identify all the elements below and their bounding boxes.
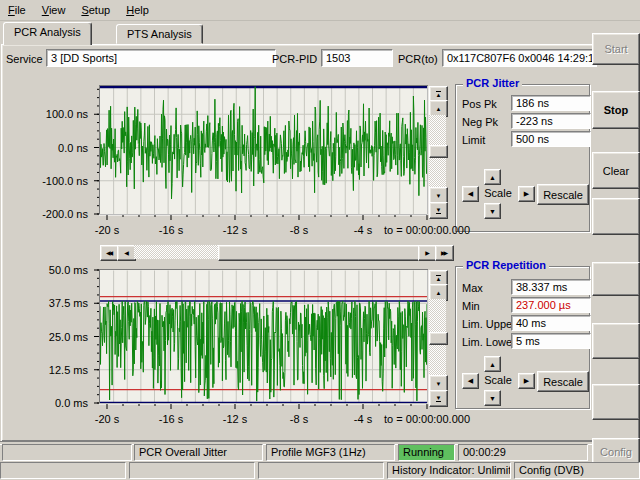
left-arrow-icon: ◀ [468,377,473,385]
app-window: FileViewSetupHelp PCR Analysis PTS Analy… [0,0,640,480]
plot-jitter-xtick-2: -16 s [149,224,193,236]
status1-panel-1 [2,444,132,461]
status2-panel-3 [258,462,384,479]
jitter-scale-left-button[interactable]: ◀ [462,186,479,202]
jitter-label-1: Pos Pk [462,96,497,112]
status1-panel-4: Running [398,444,455,461]
pcr-pid-label: PCR-PID [272,51,317,67]
config-button[interactable]: Config [592,438,640,465]
repetition-vscroll-thumb[interactable] [429,332,448,345]
scroll-far-right-button[interactable]: ▶▶ [435,245,454,261]
repetition-label-1: Max [462,280,483,296]
jitter-value-2: -223 ns [511,113,591,129]
plot-jitter-ytick-3: -100.0 ns [32,175,88,187]
up-arrow-icon: ▲ [489,361,496,368]
pcr-repetition-plot [92,270,433,410]
jitter-vscroll-thumb[interactable] [429,145,448,158]
menu-view[interactable]: View [34,0,74,20]
plot-rep-xtick-4: -8 s [277,413,321,425]
jitter-scale-up-button[interactable]: ▲ [484,169,501,185]
repetition-scale-right-button[interactable]: ▶ [518,373,535,389]
left-arrow-icon: ◀ [124,250,129,256]
repetition-scroll-bottom-button[interactable]: ▼ [429,390,448,407]
repetition-scale-left-button[interactable]: ◀ [462,373,479,389]
status2-panel-2 [129,462,255,479]
jitter-label-2: Neg Pk [462,114,498,130]
spare-4-button[interactable] [592,384,640,420]
service-label: Service [6,51,43,67]
scrollbar-track[interactable] [134,245,218,259]
plot-rep-xtick-3: -12 s [213,413,257,425]
repetition-scale-label: Scale [479,373,517,387]
status2-panel-4: History Indicator: Unlimited [387,462,511,479]
plot-rep-ytick-2: 37.5 ms [32,297,88,309]
plot-jitter-xtick-1: -20 s [85,224,129,236]
right-arrow-icon: ▶ [524,377,529,385]
plot-rep-ytick-3: 25.0 ms [32,331,88,343]
menu-setup[interactable]: Setup [73,0,118,20]
right-arrow-icon: ▶ [524,190,529,198]
spare-1-button[interactable] [592,198,640,235]
down-arrow-icon: ▼ [489,395,496,402]
pcr-repetition-groupbox: PCR Repetition Max38.337 msMin237.000 µs… [455,266,590,409]
up-arrow-icon: ▲ [489,174,496,181]
repetition-scale-down-button[interactable]: ▼ [484,390,501,406]
pcr-to-field[interactable]: 0x117C807F6 0x0046 14:29:15 [442,49,597,67]
jitter-scale-label: Scale [479,186,517,200]
repetition-label-4: Lim. Lower [462,334,516,350]
plot-jitter-xtick-4: -8 s [277,224,321,236]
repetition-rescale-button[interactable]: Rescale [537,371,589,392]
repetition-value-2: 237.000 µs [511,297,591,313]
spare-2-button[interactable] [592,262,640,296]
repetition-label-3: Lim. Upper [462,316,516,332]
stop-button[interactable]: Stop [592,91,640,129]
repetition-vscrollbar[interactable]: ▲▲▼▼ [429,270,446,405]
jitter-scale-right-button[interactable]: ▶ [518,186,535,202]
scrollbar-thumb[interactable] [218,245,420,261]
plot-rep-xtick-1: -20 s [85,413,129,425]
repetition-value-3: 40 ms [511,315,591,331]
menu-file[interactable]: File [0,0,34,20]
plot-rep-x-end-label: to = 00:00:00.000 [375,413,470,425]
jitter-scroll-bottom-button[interactable]: ▼ [429,202,448,219]
tab-pcr-analysis[interactable]: PCR Analysis [3,22,92,45]
plot-jitter-ytick-1: 100.0 ns [32,108,88,120]
time-scrollbar[interactable]: ◀◀ ◀ ▶ ▶▶ [100,245,452,259]
plot-jitter-ytick-2: 0.0 ns [32,142,88,154]
jitter-vscrollbar[interactable]: ▲▲▼▼ [429,86,446,217]
start-button[interactable]: Start [592,33,640,65]
tab-pts-analysis[interactable]: PTS Analysis [116,24,203,44]
repetition-label-2: Min [462,298,480,314]
down-arrow-icon: ▼ [489,208,496,215]
service-field[interactable]: 3 [DD Sports] [46,49,276,67]
status1-panel-5: 00:00:29 [458,444,588,461]
plot-rep-ytick-5: 0.0 ms [32,397,88,409]
pcr-jitter-plot [92,86,433,226]
plot-rep-ytick-4: 12.5 ms [32,364,88,376]
repetition-value-1: 38.337 ms [511,279,591,295]
menu-help[interactable]: Help [118,0,157,20]
pcr-jitter-groupbox: PCR Jitter Pos Pk186 nsNeg Pk-223 nsLimi… [455,84,590,232]
spare-3-button[interactable] [592,323,640,359]
jitter-label-3: Limit [462,132,485,148]
pcr-repetition-title: PCR Repetition [463,259,549,271]
pcr-pid-field[interactable]: 1503 [321,49,393,67]
menu-bar: FileViewSetupHelp [0,0,640,21]
plot-rep-ytick-1: 50.0 ms [32,264,88,276]
repetition-scale-up-button[interactable]: ▲ [484,356,501,372]
jitter-rescale-button[interactable]: Rescale [537,184,589,205]
jitter-value-3: 500 ns [511,131,591,147]
repetition-value-4: 5 ms [511,333,591,349]
clear-button[interactable]: Clear [592,152,640,189]
plot-jitter-xtick-3: -12 s [213,224,257,236]
jitter-value-1: 186 ns [511,95,591,111]
left-arrow-icon: ◀ [468,190,473,198]
plot-jitter-ytick-4: -200.0 ns [32,208,88,220]
plot-jitter-x-end-label: to = 00:00:00.000 [375,224,470,236]
status2-panel-1 [0,462,126,479]
right-arrow-icon: ▶ [425,250,430,256]
plot-rep-xtick-2: -16 s [149,413,193,425]
pcr-to-label: PCR(to) [398,51,438,67]
jitter-scale-down-button[interactable]: ▼ [484,203,501,219]
status2-panel-5: Config (DVB) [514,462,640,479]
